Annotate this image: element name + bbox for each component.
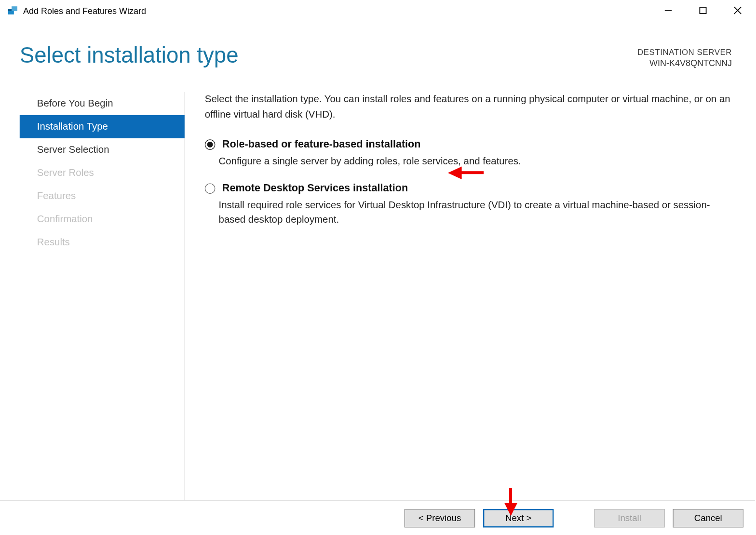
svg-rect-2 [8,9,12,11]
minimize-button[interactable] [651,0,686,21]
server-manager-icon [7,5,18,16]
radio-description: Configure a single server by adding role… [219,154,732,168]
destination-label: DESTINATION SERVER [637,47,732,56]
maximize-button[interactable] [686,0,720,21]
svg-rect-4 [700,7,706,13]
sidebar-item-installation-type[interactable]: Installation Type [20,115,185,138]
previous-button[interactable]: < Previous [405,508,475,527]
destination-info: DESTINATION SERVER WIN-K4V8QNTCNNJ [637,43,732,68]
option-remote-desktop: Remote Desktop Services installation Ins… [205,182,732,227]
window-controls [651,0,755,21]
radio-description: Install required role services for Virtu… [219,198,732,227]
radio-label[interactable]: Role-based or feature-based installation [222,138,421,150]
sidebar-item-features: Features [20,185,185,208]
radio-label[interactable]: Remote Desktop Services installation [222,182,408,194]
cancel-button[interactable]: Cancel [673,508,743,527]
option-role-based: Role-based or feature-based installation… [205,138,732,168]
sidebar-item-label: Confirmation [37,214,93,225]
title-left: Add Roles and Features Wizard [7,5,146,16]
radio-remote-desktop[interactable] [205,183,216,194]
sidebar-item-label: Features [37,190,76,201]
sidebar-item-before-you-begin[interactable]: Before You Begin [20,92,185,115]
page-title: Select installation type [20,43,239,68]
intro-text: Select the installation type. You can in… [205,92,732,122]
sidebar-item-server-selection[interactable]: Server Selection [20,138,185,161]
close-button[interactable] [720,0,755,21]
sidebar: Before You Begin Installation Type Serve… [20,92,185,500]
sidebar-item-label: Before You Begin [37,98,113,109]
sidebar-item-label: Installation Type [37,121,108,132]
main-area: Before You Begin Installation Type Serve… [0,92,755,500]
svg-rect-1 [12,6,17,11]
radio-role-based[interactable] [205,139,216,150]
sidebar-item-label: Server Roles [37,167,94,178]
install-button: Install [594,508,664,527]
sidebar-item-label: Results [37,237,70,248]
sidebar-item-label: Server Selection [37,144,109,155]
sidebar-item-server-roles: Server Roles [20,161,185,185]
window-title: Add Roles and Features Wizard [23,5,146,15]
header-row: Select installation type DESTINATION SER… [0,21,755,67]
radio-row: Remote Desktop Services installation [205,182,732,194]
sidebar-item-results: Results [20,231,185,254]
destination-server: WIN-K4V8QNTCNNJ [637,58,732,67]
wizard-window: Add Roles and Features Wizard Select ins… [0,0,755,535]
sidebar-item-confirmation: Confirmation [20,208,185,231]
next-button[interactable]: Next > [483,508,554,527]
radio-row: Role-based or feature-based installation [205,138,732,150]
title-bar: Add Roles and Features Wizard [0,0,755,21]
footer: < Previous Next > Install Cancel [0,500,755,535]
content-panel: Select the installation type. You can in… [185,92,755,500]
content-wrap: Select installation type DESTINATION SER… [0,21,755,535]
